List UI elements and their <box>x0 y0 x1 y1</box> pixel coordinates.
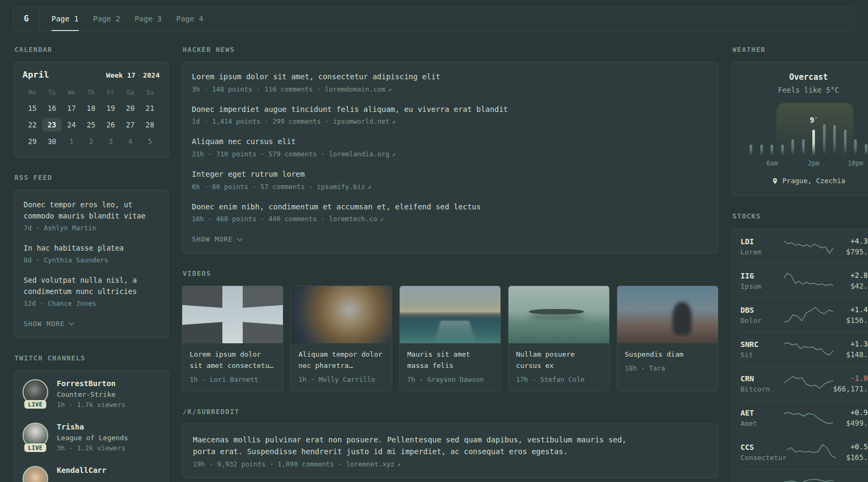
tab-page-2[interactable]: Page 2 <box>93 7 121 31</box>
weather-bar-slot: 9° <box>809 107 819 155</box>
video-card[interactable]: Mauris sit amet massa felis 7h · Grayson… <box>399 285 501 391</box>
stock-row[interactable]: AHS +0.46% <box>740 469 868 482</box>
video-card[interactable]: Suspendis diam 18h · Tara <box>617 285 719 391</box>
stock-sparkline <box>784 306 833 324</box>
external-link-icon: ↗ <box>368 183 372 191</box>
stock-sparkline <box>784 340 833 358</box>
weather-bar <box>812 130 815 155</box>
calendar-header-row: April Week 17·2024 <box>23 70 160 80</box>
stock-name: Amet <box>740 419 784 427</box>
stock-row[interactable]: CCS Consectetur +0.51% $165.84 <box>740 435 868 469</box>
video-title[interactable]: Mauris sit amet massa felis <box>407 349 493 372</box>
section-header-rss: RSS FEED <box>14 174 169 182</box>
section-header-subreddit: /R/SUBREDDIT <box>183 408 719 416</box>
video-card[interactable]: Aliquam tempor dolor nec pharetra… 1h · … <box>290 285 392 391</box>
page: G Page 1 Page 2 Page 3 Page 4 CALENDAR A… <box>0 6 868 482</box>
stock-left: AET Amet <box>740 409 784 427</box>
weather-bar <box>802 139 805 155</box>
avatar[interactable] <box>23 466 48 482</box>
tab-page-4[interactable]: Page 4 <box>176 7 204 31</box>
video-thumbnail[interactable] <box>182 286 283 343</box>
weather-section: WEATHER Overcast Feels like 5°C 9° 6am 2… <box>731 46 868 196</box>
weather-bar <box>833 125 836 155</box>
hn-item-domain-link[interactable]: loremdomain.com <box>325 85 385 93</box>
stock-change: +1.42% <box>833 305 868 314</box>
stock-price: $795.18 <box>833 247 868 256</box>
chevron-down-icon <box>69 320 74 326</box>
weather-bar <box>760 145 763 155</box>
calendar-day: 5 <box>140 134 160 148</box>
hackernews-section: HACKER NEWS Lorem ipsum dolor sit amet, … <box>182 46 719 253</box>
video-title[interactable]: Lorem ipsum dolor sit amet consectetu… <box>190 349 275 372</box>
hn-item-title[interactable]: Lorem ipsum dolor sit amet, consectetur … <box>192 71 708 83</box>
calendar-day: 3 <box>101 134 121 148</box>
calendar-widget: April Week 17·2024 Mo Tu We Th Fr Sa Su <box>13 62 169 157</box>
thumbnail-art <box>243 322 283 344</box>
rss-item-title[interactable]: Donec tempor eros leo, ut commodo mauris… <box>24 199 159 222</box>
hn-item-domain-link[interactable]: loremtech.co <box>329 215 377 223</box>
stock-row[interactable]: DBS Dolor +1.42% $156.28 <box>740 298 868 332</box>
video-card-body: Aliquam tempor dolor nec pharetra… 1h · … <box>291 343 392 391</box>
reddit-post-domain-link[interactable]: loremnet.xyz <box>346 460 394 468</box>
hn-item-domain-link[interactable]: ipsumworld.net <box>333 117 389 125</box>
subreddit-widget: Maecenas mollis pulvinar erat non posuer… <box>182 424 719 478</box>
video-title[interactable]: Nullam posuere cursus ex <box>516 349 602 372</box>
stock-row[interactable]: IIG Ipsum +2.84% $42.04 <box>740 263 868 298</box>
video-thumbnail[interactable] <box>400 286 500 343</box>
stock-row[interactable]: CRN Bitcorn -1.00% $66,171.48 <box>740 366 868 401</box>
calendar-day: 4 <box>121 134 140 148</box>
channel-name[interactable]: ForrestBurton <box>57 379 125 388</box>
hn-item-meta: 16h · 468 points · 440 comments · loremt… <box>192 215 708 223</box>
channel-name[interactable]: Trisha <box>57 423 128 431</box>
rss-item-meta: 8d · Cynthia Saunders <box>24 256 159 264</box>
calendar-day: 1 <box>62 134 81 148</box>
rss-show-more-button[interactable]: SHOW MORE <box>24 320 73 328</box>
hn-item-title[interactable]: Aliquam nec cursus elit <box>192 136 708 148</box>
hn-item-meta: 6h · 60 points · 57 comments · ipsumify.… <box>192 183 708 191</box>
stock-row[interactable]: SNRC Sit +1.36% $148.64 <box>740 332 868 366</box>
channel-game: League of Legends <box>57 434 128 442</box>
video-thumbnail[interactable] <box>617 286 718 343</box>
reddit-post-title[interactable]: Maecenas mollis pulvinar erat non posuer… <box>193 434 648 458</box>
weather-bar <box>750 145 752 155</box>
stock-right: +1.42% $156.28 <box>833 305 868 325</box>
hn-item-title[interactable]: Integer eget rutrum lorem <box>192 169 708 180</box>
stock-left: CRN Bitcorn <box>740 374 784 393</box>
stock-price: $165.84 <box>836 453 868 462</box>
top-navigation: G Page 1 Page 2 Page 3 Page 4 <box>13 6 855 31</box>
hn-item-title[interactable]: Donec enim nibh, condimentum et accumsan… <box>192 201 708 213</box>
stock-right: +0.51% $165.84 <box>836 442 868 462</box>
weather-bar-slot <box>819 107 830 155</box>
hn-item-title[interactable]: Donec imperdiet augue tincidunt felis al… <box>192 104 708 116</box>
hn-item-domain-link[interactable]: ipsumify.biz <box>317 183 365 191</box>
stock-name: Bitcorn <box>740 385 784 393</box>
stock-name: Ipsum <box>740 282 784 290</box>
video-card[interactable]: Lorem ipsum dolor sit amet consectetu… 1… <box>182 285 283 391</box>
page-tabs: Page 1 Page 2 Page 3 Page 4 <box>39 7 203 31</box>
video-thumbnail[interactable] <box>508 286 609 343</box>
video-thumbnail[interactable] <box>291 286 392 343</box>
stock-row[interactable]: LDI Lorem +4.35% $795.18 <box>740 230 868 263</box>
video-card[interactable]: Nullam posuere cursus ex 17h · Stefan Co… <box>508 285 610 391</box>
hn-item-domain-link[interactable]: loremlandia.org <box>329 150 390 158</box>
video-title[interactable]: Aliquam tempor dolor nec pharetra… <box>298 349 384 372</box>
video-title[interactable]: Suspendis diam <box>625 349 710 360</box>
stock-row[interactable]: AET Amet +0.92% $499.72 <box>740 401 868 435</box>
weather-location: Prague, Czechia <box>782 177 845 185</box>
twitch-section: TWITCH CHANNELS LIVE ForrestBurton Count… <box>13 354 169 482</box>
stock-left: IIG Ipsum <box>740 272 784 290</box>
rss-item-title[interactable]: Sed volutpat nulla nisl, a condimentum n… <box>24 275 159 297</box>
stock-price: $156.28 <box>833 316 868 325</box>
section-header-hackernews: HACKER NEWS <box>183 46 719 54</box>
stock-change: +0.92% <box>833 408 868 417</box>
channel-name[interactable]: KendallCarr <box>57 466 107 475</box>
rss-item: Sed volutpat nulla nisl, a condimentum n… <box>24 275 159 307</box>
tab-page-3[interactable]: Page 3 <box>134 7 162 31</box>
app-logo[interactable]: G <box>14 7 39 31</box>
rss-item-title[interactable]: In hac habitasse platea <box>24 243 159 254</box>
reddit-post-meta: 19h · 9,932 points · 1,090 comments · lo… <box>193 460 707 468</box>
tab-page-1[interactable]: Page 1 <box>51 7 79 31</box>
stock-right: +2.84% $42.04 <box>833 271 868 290</box>
hn-show-more-button[interactable]: SHOW MORE <box>192 235 242 243</box>
twitch-channel: KendallCarr <box>23 466 160 482</box>
